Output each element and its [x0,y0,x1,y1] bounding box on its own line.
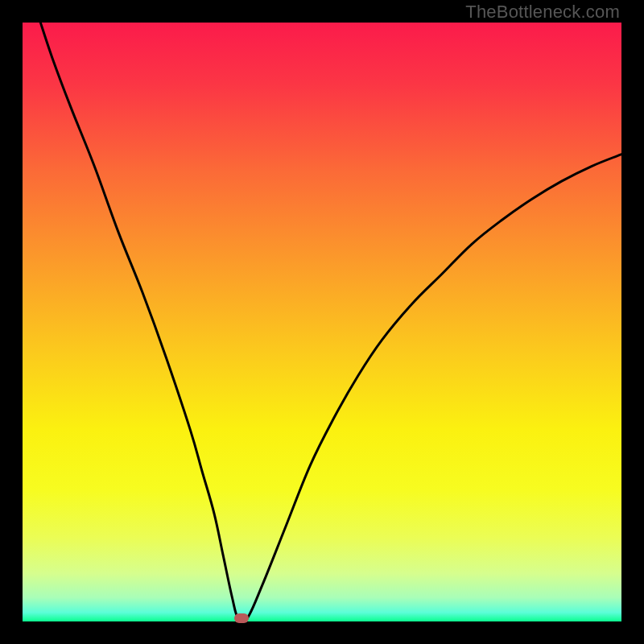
curve-layer [23,23,621,621]
chart-frame: TheBottleneck.com [0,0,644,644]
optimum-marker [234,613,249,623]
bottleneck-curve [40,23,621,621]
watermark-label: TheBottleneck.com [465,2,620,23]
